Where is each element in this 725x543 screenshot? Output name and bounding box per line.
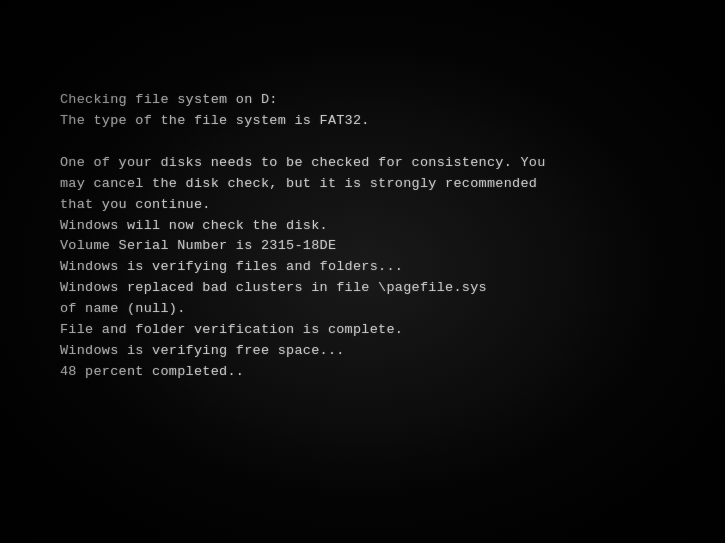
terminal-screen: Checking file system on D: The type of t… bbox=[0, 0, 725, 543]
terminal-output: Checking file system on D: The type of t… bbox=[60, 90, 546, 383]
